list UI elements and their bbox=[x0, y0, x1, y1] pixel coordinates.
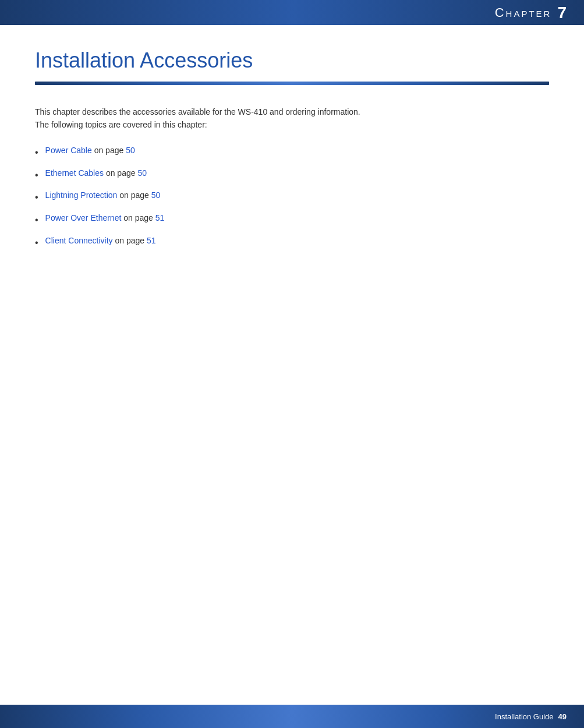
list-item-content: Power Cable on page 50 bbox=[45, 143, 135, 158]
list-item: • Power Cable on page 50 bbox=[35, 143, 549, 161]
list-item-suffix: on page bbox=[92, 146, 126, 155]
footer-bar: Installation Guide 49 bbox=[0, 705, 584, 728]
list-item-suffix: on page bbox=[121, 213, 155, 222]
client-connectivity-page[interactable]: 51 bbox=[147, 236, 156, 245]
ethernet-cables-link[interactable]: Ethernet Cables bbox=[45, 168, 104, 178]
list-item: • Client Connectivity on page 51 bbox=[35, 234, 549, 252]
footer-label: Installation Guide bbox=[495, 712, 553, 721]
footer-page-number: 49 bbox=[558, 712, 567, 721]
page-container: Chapter 7 Installation Accessories This … bbox=[0, 0, 584, 728]
ethernet-cables-page[interactable]: 50 bbox=[137, 168, 147, 178]
list-item-suffix: on page bbox=[117, 190, 151, 200]
client-connectivity-link[interactable]: Client Connectivity bbox=[45, 236, 113, 245]
lightning-protection-page[interactable]: 50 bbox=[151, 190, 161, 200]
list-item-content: Ethernet Cables on page 50 bbox=[45, 166, 147, 181]
page-title: Installation Accessories bbox=[35, 48, 549, 73]
bullet-dot: • bbox=[35, 212, 38, 229]
list-item: • Lightning Protection on page 50 bbox=[35, 188, 549, 206]
bullet-dot: • bbox=[35, 167, 38, 184]
bullet-dot: • bbox=[35, 189, 38, 206]
power-cable-link[interactable]: Power Cable bbox=[45, 146, 92, 155]
top-header-bar: Chapter 7 bbox=[0, 0, 584, 25]
content-area: Installation Accessories This chapter de… bbox=[0, 25, 584, 705]
list-item: • Ethernet Cables on page 50 bbox=[35, 166, 549, 184]
intro-paragraph: This chapter describes the accessories a… bbox=[35, 105, 549, 132]
lightning-protection-link[interactable]: Lightning Protection bbox=[45, 190, 118, 200]
power-over-ethernet-page[interactable]: 51 bbox=[155, 213, 165, 222]
intro-line2: The following topics are covered in this… bbox=[35, 120, 207, 129]
divider-bar bbox=[35, 82, 549, 85]
list-item: • Power Over Ethernet on page 51 bbox=[35, 211, 549, 229]
power-cable-page[interactable]: 50 bbox=[126, 146, 135, 155]
bullet-dot: • bbox=[35, 235, 38, 252]
list-item-content: Lightning Protection on page 50 bbox=[45, 188, 161, 203]
power-over-ethernet-link[interactable]: Power Over Ethernet bbox=[45, 213, 122, 222]
list-item-suffix: on page bbox=[104, 168, 137, 178]
topics-list: • Power Cable on page 50 • Ethernet Cabl… bbox=[35, 143, 549, 252]
chapter-number: 7 bbox=[557, 3, 567, 22]
chapter-label: Chapter bbox=[495, 5, 552, 20]
list-item-content: Power Over Ethernet on page 51 bbox=[45, 211, 165, 225]
intro-line1: This chapter describes the accessories a… bbox=[35, 107, 360, 116]
list-item-content: Client Connectivity on page 51 bbox=[45, 234, 156, 248]
bullet-dot: • bbox=[35, 144, 38, 161]
list-item-suffix: on page bbox=[113, 236, 147, 245]
